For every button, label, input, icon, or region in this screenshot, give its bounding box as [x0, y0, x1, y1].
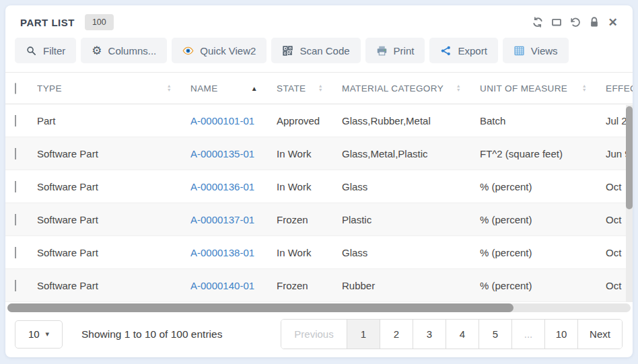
unit-of-measure-cell: % (percent)	[480, 247, 606, 258]
print-button[interactable]: Print	[365, 38, 425, 63]
quick-view-button[interactable]: Quick View2	[172, 38, 267, 63]
part-name-link[interactable]: A-0000138-01	[190, 247, 254, 258]
table-row: Software Part A-0000135-01 In Work Glass…	[5, 137, 633, 170]
type-cell: Software Part	[37, 214, 190, 225]
scan-code-button-label: Scan Code	[299, 45, 349, 57]
pagination: Previous 1 2 3 4 5 ... 10 Next	[281, 319, 623, 349]
vertical-scrollbar	[626, 105, 633, 302]
toolbar: Filter ⚙ Columns... Quick View2	[5, 34, 633, 72]
state-cell: In Work	[277, 247, 342, 258]
export-button[interactable]: Export	[429, 38, 497, 63]
row-checkbox[interactable]	[15, 181, 16, 192]
table-row: Software Part A-0000136-01 In Work Glass…	[5, 170, 633, 203]
state-cell: In Work	[277, 148, 342, 159]
views-button[interactable]: Views	[503, 38, 569, 63]
table-row: Software Part A-0000137-01 Frozen Plasti…	[5, 203, 633, 236]
horizontal-scrollbar	[7, 303, 631, 312]
select-all-checkbox[interactable]	[15, 83, 16, 94]
part-table: TYPE ▲▼ NAME ▲ STATE ▲▼ MATERIAL CATEGOR…	[5, 73, 633, 302]
row-checkbox[interactable]	[15, 115, 16, 126]
window-controls: ✕	[531, 16, 619, 29]
sort-icon: ▲▼	[582, 84, 587, 92]
type-cell: Part	[37, 115, 190, 126]
horizontal-scrollbar-thumb[interactable]	[7, 303, 513, 312]
share-icon	[440, 45, 452, 57]
page-button-5[interactable]: 5	[478, 320, 511, 349]
maximize-icon[interactable]	[550, 16, 563, 29]
row-checkbox[interactable]	[15, 148, 16, 159]
row-checkbox[interactable]	[15, 280, 16, 291]
type-cell: Software Part	[37, 148, 190, 159]
eye-icon	[182, 45, 194, 57]
print-button-label: Print	[394, 45, 415, 57]
row-checkbox[interactable]	[15, 214, 16, 225]
table-body: Part A-0000101-01 Approved Glass,Rubber,…	[5, 104, 633, 302]
refresh-icon[interactable]	[531, 16, 544, 29]
part-list-screen: PART LIST 100	[0, 0, 638, 364]
type-cell: Software Part	[37, 280, 190, 291]
views-button-label: Views	[531, 45, 558, 57]
part-name-link[interactable]: A-0000101-01	[190, 115, 254, 126]
state-cell: Approved	[277, 115, 342, 126]
state-cell: Frozen	[277, 214, 342, 225]
state-cell: In Work	[277, 181, 342, 192]
lock-icon[interactable]	[588, 16, 600, 29]
material-category-cell: Glass,Rubber,Metal	[342, 115, 480, 126]
column-header-state[interactable]: STATE ▲▼	[277, 83, 342, 94]
part-name-link[interactable]: A-0000136-01	[190, 181, 254, 192]
sort-ascending-icon: ▲	[251, 85, 258, 92]
showing-entries-text: Showing 1 to 10 of 100 entries	[81, 328, 222, 340]
sort-icon: ▲▼	[318, 84, 323, 92]
page-ellipsis: ...	[511, 320, 544, 349]
column-header-material-category[interactable]: MATERIAL CATEGORY ▲▼	[342, 83, 480, 94]
table-footer: 10 ▾ Showing 1 to 10 of 100 entries Prev…	[5, 319, 633, 357]
unit-of-measure-cell: % (percent)	[480, 280, 606, 291]
part-name-link[interactable]: A-0000135-01	[190, 148, 254, 159]
column-header-type[interactable]: TYPE ▲▼	[37, 83, 190, 94]
page-button-3[interactable]: 3	[413, 320, 446, 349]
previous-page-button[interactable]: Previous	[281, 320, 347, 349]
column-header-unit-of-measure[interactable]: UNIT OF MEASURE ▲▼	[480, 83, 606, 94]
page-button-10[interactable]: 10	[544, 320, 577, 349]
unit-of-measure-cell: Batch	[480, 115, 606, 126]
columns-button[interactable]: ⚙ Columns...	[81, 38, 167, 63]
search-icon	[26, 45, 37, 57]
table-header-row: TYPE ▲▼ NAME ▲ STATE ▲▼ MATERIAL CATEGOR…	[5, 73, 633, 104]
undo-icon[interactable]	[569, 16, 581, 29]
table-grid-icon	[513, 45, 525, 57]
material-category-cell: Glass,Metal,Plastic	[342, 148, 480, 159]
column-header-effectivity[interactable]: EFFEC	[606, 83, 633, 94]
next-page-button[interactable]: Next	[577, 320, 622, 349]
page-button-4[interactable]: 4	[446, 320, 478, 349]
state-cell: Frozen	[277, 280, 342, 291]
page-size-select[interactable]: 10 ▾	[15, 320, 63, 349]
row-checkbox[interactable]	[15, 247, 16, 258]
filter-button[interactable]: Filter	[15, 38, 76, 63]
select-all-cell	[15, 83, 37, 94]
sort-icon: ▲▼	[167, 84, 172, 92]
gear-icon: ⚙	[92, 45, 102, 57]
material-category-cell: Glass	[342, 247, 480, 258]
export-button-label: Export	[458, 45, 487, 57]
columns-button-label: Columns...	[108, 45, 157, 57]
filter-button-label: Filter	[43, 45, 65, 57]
material-category-cell: Plastic	[342, 214, 480, 225]
unit-of-measure-cell: % (percent)	[480, 181, 606, 192]
record-count-badge: 100	[85, 14, 114, 30]
material-category-cell: Glass	[342, 181, 480, 192]
vertical-scrollbar-thumb[interactable]	[626, 106, 633, 209]
scan-code-button[interactable]: Scan Code	[271, 38, 360, 63]
type-cell: Software Part	[37, 181, 190, 192]
printer-icon	[376, 45, 388, 57]
page-button-2[interactable]: 2	[380, 320, 413, 349]
page-title: PART LIST	[20, 17, 75, 28]
close-icon[interactable]: ✕	[606, 16, 619, 29]
material-category-cell: Rubber	[342, 280, 480, 291]
page-size-value: 10	[28, 328, 40, 340]
title-bar: PART LIST 100	[5, 5, 633, 34]
part-name-link[interactable]: A-0000137-01	[190, 214, 254, 225]
page-button-1[interactable]: 1	[347, 320, 380, 349]
type-cell: Software Part	[37, 247, 190, 258]
part-name-link[interactable]: A-0000140-01	[190, 280, 254, 291]
column-header-name[interactable]: NAME ▲	[190, 83, 277, 94]
